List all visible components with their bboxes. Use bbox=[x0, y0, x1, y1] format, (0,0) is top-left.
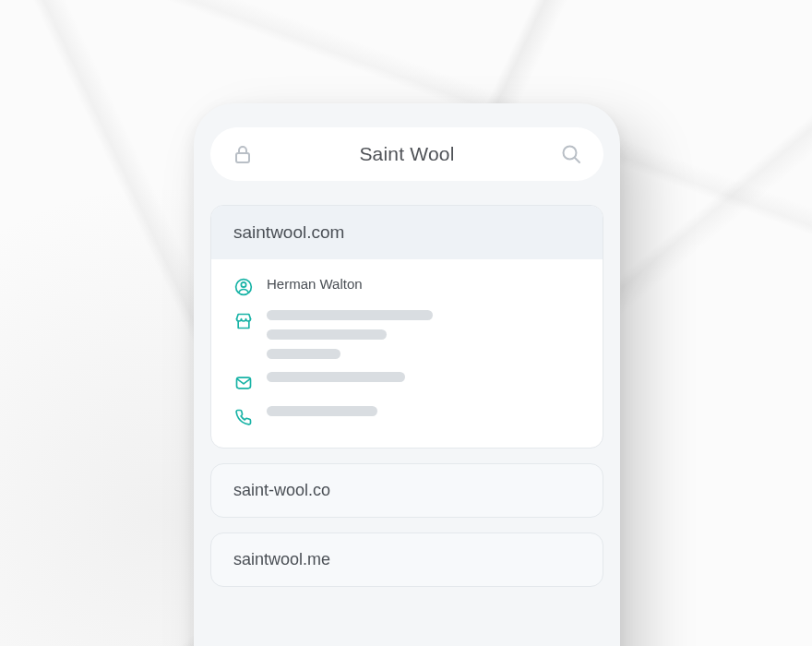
phone-skeleton bbox=[267, 406, 377, 416]
primary-result-domain: saintwool.com bbox=[211, 206, 603, 259]
alt-result-domain: saintwool.me bbox=[233, 550, 330, 568]
primary-result-card[interactable]: saintwool.com Herman Walton bbox=[210, 205, 603, 449]
phone-icon bbox=[233, 407, 254, 427]
svg-line-2 bbox=[575, 158, 579, 162]
skeleton-line bbox=[267, 349, 340, 359]
search-title: Saint Wool bbox=[255, 143, 559, 165]
email-skeleton bbox=[267, 372, 405, 382]
owner-name: Herman Walton bbox=[267, 276, 363, 292]
owner-row: Herman Walton bbox=[233, 276, 580, 297]
primary-result-body: Herman Walton bbox=[211, 259, 603, 448]
email-row bbox=[233, 372, 580, 393]
phone-frame: Saint Wool saintwool.com Herman Walton bbox=[194, 103, 620, 646]
alt-result-item[interactable]: saint-wool.co bbox=[210, 463, 603, 518]
skeleton-line bbox=[267, 310, 433, 320]
skeleton-line bbox=[267, 329, 387, 340]
lock-icon bbox=[231, 142, 255, 166]
phone-row bbox=[233, 406, 580, 427]
search-icon[interactable] bbox=[559, 142, 583, 166]
address-skeleton bbox=[267, 310, 433, 359]
storefront-icon bbox=[233, 311, 254, 331]
mail-icon bbox=[233, 373, 254, 393]
svg-point-4 bbox=[241, 282, 245, 287]
search-bar[interactable]: Saint Wool bbox=[210, 127, 603, 181]
svg-rect-0 bbox=[236, 153, 249, 162]
alt-result-domain: saint-wool.co bbox=[233, 481, 330, 499]
address-row bbox=[233, 310, 580, 359]
person-icon bbox=[233, 277, 254, 297]
alt-result-item[interactable]: saintwool.me bbox=[210, 532, 603, 587]
